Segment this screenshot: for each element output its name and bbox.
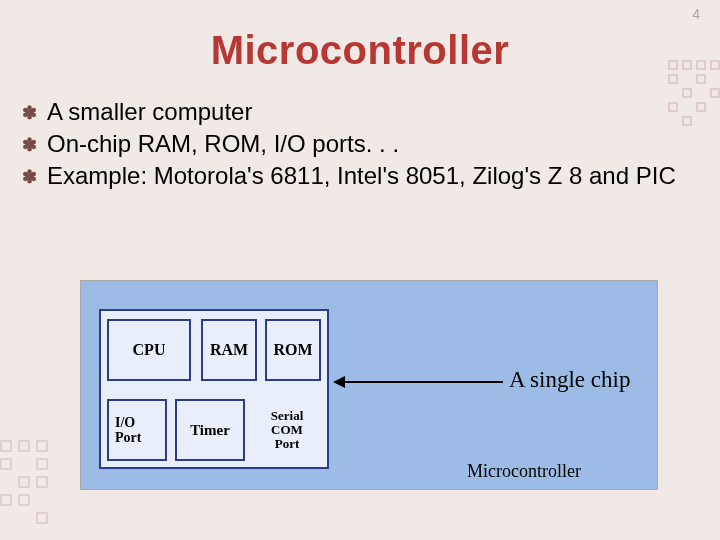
- bullet-list: ✽ A smaller computer ✽ On-chip RAM, ROM,…: [22, 97, 698, 191]
- list-item: ✽ A smaller computer: [22, 97, 698, 127]
- page-number: 4: [692, 6, 700, 22]
- bullet-icon: ✽: [22, 134, 37, 156]
- list-item: ✽ On-chip RAM, ROM, I/O ports. . .: [22, 129, 698, 159]
- bullet-text: Example: Motorola's 6811, Intel's 8051, …: [47, 161, 676, 191]
- block-io-port: I/OPort: [107, 399, 167, 461]
- block-rom: ROM: [265, 319, 321, 381]
- bullet-text: On-chip RAM, ROM, I/O ports. . .: [47, 129, 399, 159]
- block-serial-com-port: SerialCOMPort: [253, 397, 321, 463]
- bullet-icon: ✽: [22, 166, 37, 188]
- block-diagram: CPU RAM ROM I/OPort Timer SerialCOMPort …: [80, 280, 658, 490]
- chip-outline: CPU RAM ROM I/OPort Timer SerialCOMPort: [99, 309, 329, 469]
- decorative-squares-top-right: [668, 60, 720, 140]
- decorative-squares-bottom-left: [0, 440, 60, 530]
- arrow-left-icon: [343, 381, 503, 383]
- block-ram: RAM: [201, 319, 257, 381]
- bullet-icon: ✽: [22, 102, 37, 124]
- block-cpu: CPU: [107, 319, 191, 381]
- arrow-label: A single chip: [509, 367, 630, 393]
- block-timer: Timer: [175, 399, 245, 461]
- diagram-caption: Microcontroller: [467, 461, 581, 482]
- list-item: ✽ Example: Motorola's 6811, Intel's 8051…: [22, 161, 698, 191]
- slide-title: Microcontroller: [0, 28, 720, 73]
- bullet-text: A smaller computer: [47, 97, 252, 127]
